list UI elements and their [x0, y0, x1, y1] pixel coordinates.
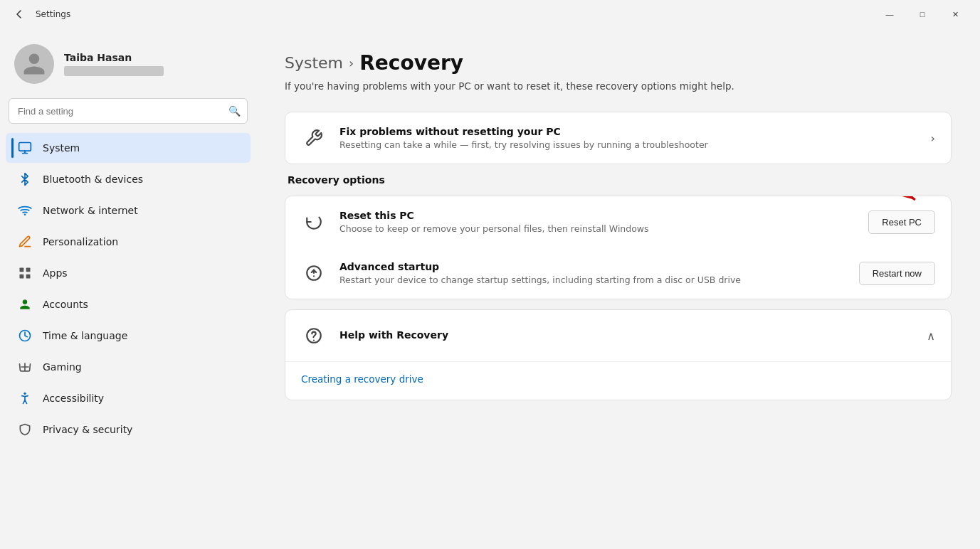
fix-card-title: Fix problems without resetting your PC [339, 126, 918, 137]
minimize-button[interactable]: — [873, 3, 906, 26]
network-icon [17, 203, 33, 218]
recovery-section-title: Recovery options [285, 174, 952, 186]
help-header[interactable]: Help with Recovery ∧ [285, 310, 951, 361]
back-button[interactable] [9, 4, 30, 25]
avatar [14, 44, 54, 84]
close-button[interactable]: ✕ [939, 3, 971, 26]
reset-pc-desc: Choose to keep or remove your personal f… [339, 223, 855, 234]
advanced-startup-icon [301, 260, 327, 286]
svg-point-1 [24, 214, 26, 216]
gaming-label: Gaming [43, 361, 82, 373]
sidebar-item-time[interactable]: Time & language [6, 321, 251, 351]
breadcrumb-parent[interactable]: System [285, 54, 343, 72]
main-content: System › Recovery If you're having probl… [256, 28, 980, 549]
reset-pc-button[interactable]: Reset PC [868, 210, 935, 234]
advanced-startup-title: Advanced startup [339, 261, 846, 272]
reset-row-wrap: Reset this PC Choose to keep or remove y… [285, 196, 951, 247]
user-section: Taiba Hasan [0, 37, 256, 98]
breadcrumb: System › Recovery [285, 51, 952, 75]
sidebar-item-network[interactable]: Network & internet [6, 196, 251, 225]
sidebar-item-accessibility[interactable]: Accessibility [6, 383, 251, 413]
user-icon [21, 51, 47, 77]
help-title: Help with Recovery [339, 329, 448, 341]
breadcrumb-separator: › [349, 55, 354, 70]
help-card: Help with Recovery ∧ Creating a recovery… [285, 309, 952, 400]
sidebar-item-gaming[interactable]: Gaming [6, 352, 251, 382]
privacy-label: Privacy & security [43, 424, 132, 435]
apps-label: Apps [43, 267, 68, 279]
shield-icon [17, 422, 33, 437]
svg-rect-4 [20, 274, 24, 279]
wrench-icon [301, 125, 327, 151]
user-email-redacted [64, 66, 164, 76]
sidebar-item-system[interactable]: System [6, 133, 251, 163]
page-description: If you're having problems with your PC o… [285, 80, 952, 92]
svg-point-11 [313, 339, 315, 341]
advanced-startup-row: Advanced startup Restart your device to … [285, 247, 951, 299]
app-body: Taiba Hasan 🔍 System Bluetooth & devices [0, 28, 980, 549]
sidebar: Taiba Hasan 🔍 System Bluetooth & devices [0, 28, 256, 549]
fix-problems-row[interactable]: Fix problems without resetting your PC R… [285, 112, 951, 164]
recovery-card: Reset this PC Choose to keep or remove y… [285, 196, 952, 299]
help-chevron-icon: ∧ [927, 329, 935, 343]
titlebar: Settings — □ ✕ [0, 0, 980, 28]
svg-rect-5 [26, 274, 31, 279]
personalization-icon [17, 234, 33, 250]
advanced-startup-desc: Restart your device to change startup se… [339, 274, 846, 285]
sidebar-item-privacy[interactable]: Privacy & security [6, 415, 251, 444]
svg-rect-3 [26, 268, 31, 272]
accounts-icon [17, 297, 33, 312]
sidebar-item-bluetooth[interactable]: Bluetooth & devices [6, 164, 251, 194]
recovery-drive-link[interactable]: Creating a recovery drive [301, 373, 423, 385]
reset-card-text: Reset this PC Choose to keep or remove y… [339, 210, 855, 234]
window-controls: — □ ✕ [873, 3, 971, 26]
search-icon: 🔍 [228, 105, 241, 117]
help-body: Creating a recovery drive [285, 361, 951, 400]
sidebar-item-personalization[interactable]: Personalization [6, 227, 251, 257]
time-label: Time & language [43, 330, 127, 341]
user-name: Taiba Hasan [64, 52, 164, 63]
fix-problems-card: Fix problems without resetting your PC R… [285, 112, 952, 164]
apps-icon [17, 265, 33, 281]
advanced-startup-text: Advanced startup Restart your device to … [339, 261, 846, 285]
accessibility-label: Accessibility [43, 393, 104, 404]
bluetooth-label: Bluetooth & devices [43, 174, 143, 185]
network-label: Network & internet [43, 205, 138, 216]
page-title: Recovery [359, 51, 463, 75]
sidebar-item-apps[interactable]: Apps [6, 258, 251, 288]
accessibility-icon [17, 390, 33, 406]
personalization-label: Personalization [43, 236, 118, 247]
reset-icon [301, 209, 327, 235]
restart-now-button[interactable]: Restart now [859, 262, 935, 285]
svg-rect-2 [20, 268, 24, 272]
fix-card-text: Fix problems without resetting your PC R… [339, 126, 918, 150]
fix-card-desc: Resetting can take a while — first, try … [339, 139, 918, 150]
reset-pc-title: Reset this PC [339, 210, 855, 221]
help-icon [301, 323, 327, 348]
svg-point-7 [23, 393, 26, 395]
search-input[interactable] [9, 98, 248, 124]
accounts-label: Accounts [43, 299, 88, 310]
gaming-icon [17, 359, 33, 375]
sidebar-item-accounts[interactable]: Accounts [6, 289, 251, 319]
svg-rect-0 [19, 143, 31, 151]
system-label: System [43, 142, 80, 154]
maximize-button[interactable]: □ [906, 3, 939, 26]
system-icon [17, 140, 33, 156]
user-info: Taiba Hasan [64, 52, 164, 76]
fix-card-chevron: › [931, 132, 935, 145]
reset-pc-row: Reset this PC Choose to keep or remove y… [285, 196, 951, 247]
app-title: Settings [36, 9, 70, 19]
search-box: 🔍 [9, 98, 248, 124]
time-icon [17, 328, 33, 343]
bluetooth-icon [17, 171, 33, 187]
